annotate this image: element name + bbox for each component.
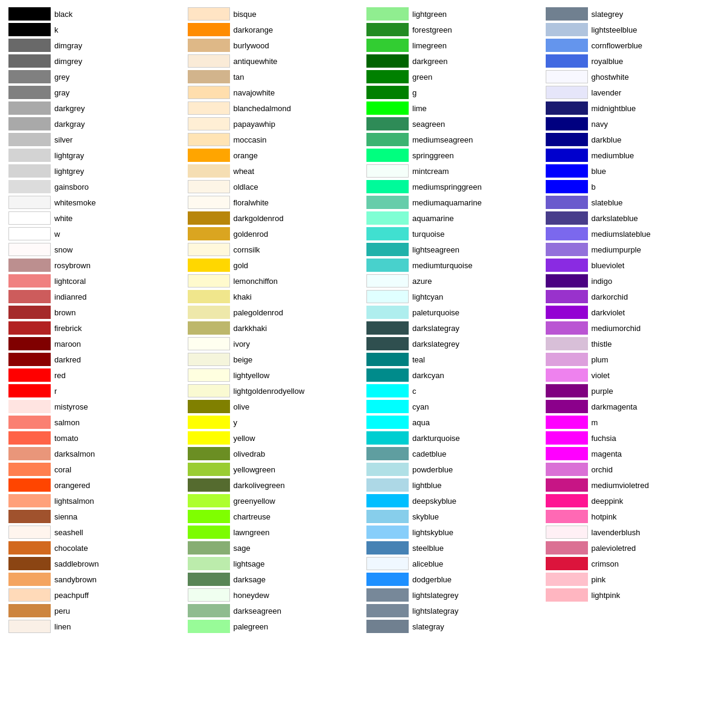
color-item: white: [6, 210, 185, 226]
color-name-label: salmon: [54, 418, 80, 427]
color-name-label: aliceblue: [412, 559, 443, 568]
color-item: r: [6, 383, 185, 399]
color-item: lightslategrey: [364, 587, 543, 603]
color-item: midnightblue: [543, 100, 723, 116]
color-item: darkcyan: [364, 367, 543, 383]
color-name-label: peachpuff: [54, 591, 89, 600]
color-swatch: [366, 86, 409, 99]
color-name-label: mediumpurple: [592, 245, 641, 254]
color-swatch: [188, 39, 230, 52]
color-item: coral: [6, 461, 185, 477]
color-item: aliceblue: [364, 556, 543, 571]
color-name-label: darkslategrey: [412, 339, 459, 349]
color-swatch: [188, 478, 230, 492]
color-name-label: wheat: [234, 167, 255, 176]
color-name-label: seagreen: [412, 120, 445, 129]
color-item: darkred: [6, 352, 185, 367]
color-swatch: [8, 494, 51, 507]
color-name-label: oldlace: [234, 182, 258, 191]
color-item: yellow: [185, 430, 365, 446]
color-swatch: [8, 463, 51, 476]
color-swatch: [546, 526, 588, 539]
color-name-label: gainsboro: [54, 182, 89, 191]
color-swatch: [8, 54, 51, 68]
color-item: rosybrown: [6, 257, 185, 273]
color-name-label: darkgrey: [54, 104, 85, 113]
color-swatch: [188, 117, 230, 130]
color-name-label: brown: [54, 308, 75, 317]
color-swatch: [8, 368, 51, 382]
color-item: skyblue: [364, 509, 543, 524]
color-swatch: [366, 70, 409, 83]
color-name-label: mediumspringgreen: [412, 182, 482, 191]
color-swatch: [546, 478, 588, 492]
color-name-label: lightcoral: [54, 277, 86, 286]
color-item: chocolate: [6, 540, 185, 556]
color-item: black: [6, 6, 185, 22]
color-swatch: [366, 149, 409, 162]
color-item: blueviolet: [543, 257, 723, 273]
color-name-label: chartreuse: [234, 512, 270, 521]
color-swatch: [8, 117, 51, 130]
color-swatch: [366, 7, 409, 21]
color-swatch: [366, 573, 409, 586]
color-name-label: papayawhip: [234, 120, 275, 129]
color-name-label: slateblue: [592, 198, 623, 207]
color-swatch: [8, 211, 51, 225]
color-swatch: [366, 447, 409, 460]
color-swatch: [366, 510, 409, 523]
color-name-label: gray: [54, 88, 69, 97]
color-swatch: [188, 447, 230, 460]
color-item: w: [6, 226, 185, 242]
color-item: slategray: [364, 619, 543, 634]
color-name-label: lightgrey: [54, 167, 84, 176]
color-item: snow: [6, 242, 185, 257]
color-swatch: [546, 227, 588, 240]
color-swatch: [546, 117, 588, 130]
color-name-label: crimson: [592, 559, 619, 568]
color-name-label: silver: [54, 135, 72, 144]
color-name-label: indigo: [592, 277, 613, 286]
color-item: honeydew: [185, 587, 365, 603]
color-swatch: [366, 133, 409, 146]
color-name-label: navajowhite: [234, 88, 275, 97]
color-swatch: [8, 526, 51, 539]
color-item: grey: [6, 69, 185, 85]
color-name-label: lightgreen: [412, 10, 447, 19]
color-swatch: [8, 384, 51, 397]
color-name-label: lightslategray: [412, 606, 459, 616]
color-swatch: [8, 227, 51, 240]
color-item: y: [185, 414, 365, 430]
color-swatch: [188, 196, 230, 209]
color-item: springgreen: [364, 147, 543, 163]
color-swatch: [188, 400, 230, 413]
color-item: darkslategray: [364, 320, 543, 336]
color-item: lightgoldenrodyellow: [185, 383, 365, 399]
color-item: lightslategray: [364, 603, 543, 619]
color-item: violet: [543, 367, 723, 383]
color-swatch: [188, 211, 230, 225]
color-name-label: antiquewhite: [234, 57, 278, 66]
color-name-label: maroon: [54, 339, 81, 349]
color-swatch: [188, 494, 230, 507]
color-name-label: hotpink: [592, 512, 617, 521]
color-name-label: thistle: [592, 339, 612, 349]
color-swatch: [8, 588, 51, 602]
color-name-label: pink: [592, 575, 606, 584]
color-item: brown: [6, 304, 185, 320]
color-swatch: [188, 541, 230, 555]
color-swatch: [188, 180, 230, 193]
color-swatch: [366, 101, 409, 115]
color-swatch: [366, 290, 409, 303]
color-name-label: lightsteelblue: [592, 25, 637, 34]
color-name-label: lightsage: [234, 559, 265, 568]
color-swatch: [366, 196, 409, 209]
color-name-label: darksage: [234, 575, 266, 584]
color-name-label: lightblue: [412, 481, 441, 490]
color-swatch: [188, 353, 230, 366]
color-item: navy: [543, 116, 723, 132]
color-name-label: orangered: [54, 481, 90, 490]
color-item: azure: [364, 273, 543, 289]
color-item: darkviolet: [543, 304, 723, 320]
color-swatch: [188, 526, 230, 539]
